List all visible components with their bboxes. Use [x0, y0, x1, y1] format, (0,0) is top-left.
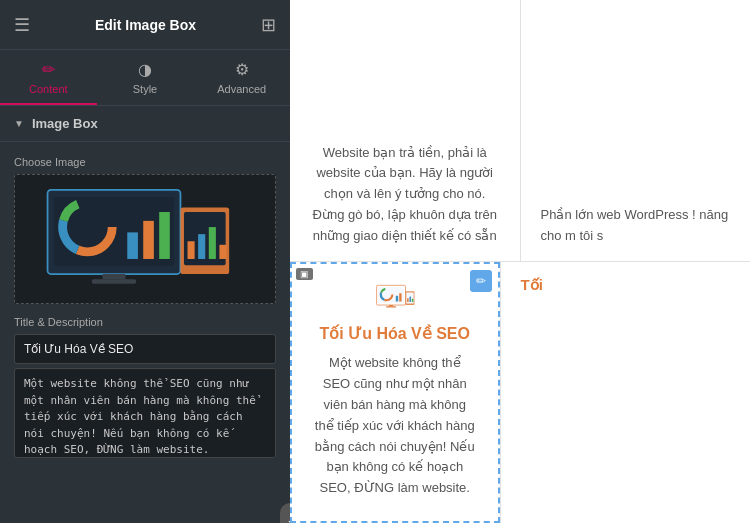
svg-rect-30 [412, 298, 414, 301]
svg-rect-13 [198, 235, 205, 260]
title-desc-label: Title & Description [14, 316, 276, 328]
preview-illustration [28, 181, 262, 296]
sidebar-header: ☰ Edit Image Box ⊞ [0, 0, 290, 50]
section-arrow-icon: ▼ [14, 118, 24, 129]
main-content: Website bạn trả tiền, phải là website củ… [290, 0, 750, 523]
top-right-text: Phần lớn web WordPress ! năng cho m tôi … [541, 205, 731, 247]
tab-advanced[interactable]: ⚙ Advanced [193, 50, 290, 105]
edit-icon-button[interactable]: ✏ [470, 270, 492, 292]
bottom-right-card: Tối [501, 262, 751, 524]
svg-rect-9 [92, 280, 136, 284]
active-seo-card-container: ▣ ✏ [290, 262, 501, 524]
svg-rect-28 [407, 298, 409, 302]
svg-rect-29 [409, 296, 411, 301]
seo-card[interactable]: ▣ ✏ [290, 262, 500, 524]
top-right-card: Phần lớn web WordPress ! năng cho m tôi … [521, 0, 751, 262]
sidebar-content: Choose Image [0, 142, 290, 523]
advanced-tab-label: Advanced [217, 83, 266, 95]
seo-card-title: Tối Ưu Hóa Về SEO [320, 324, 470, 343]
grid-icon[interactable]: ⊞ [261, 14, 276, 36]
svg-rect-14 [209, 227, 216, 259]
title-input[interactable] [14, 334, 276, 364]
description-textarea[interactable]: Một website không thể SEO cũng như một n… [14, 368, 276, 458]
column-box-label: ▣ [296, 268, 313, 280]
image-preview[interactable] [14, 174, 276, 304]
svg-rect-22 [399, 293, 401, 301]
svg-rect-8 [102, 274, 125, 279]
svg-rect-21 [396, 295, 398, 301]
sidebar-title: Edit Image Box [95, 17, 196, 33]
svg-rect-24 [389, 305, 393, 306]
section-label: Image Box [32, 116, 98, 131]
svg-rect-25 [386, 306, 396, 307]
svg-rect-15 [219, 245, 226, 259]
top-left-card: Website bạn trả tiền, phải là website củ… [290, 0, 521, 262]
content-tab-label: Content [29, 83, 68, 95]
svg-rect-5 [127, 233, 138, 260]
svg-rect-12 [188, 242, 195, 260]
content-tab-icon: ✏ [42, 60, 55, 79]
pencil-icon: ✏ [476, 274, 486, 288]
bottom-right-title: Tối [521, 276, 731, 294]
sidebar-tabs: ✏ Content ◑ Style ⚙ Advanced [0, 50, 290, 106]
style-tab-icon: ◑ [138, 60, 152, 79]
canvas-area: Website bạn trả tiền, phải là website củ… [290, 0, 750, 523]
advanced-tab-icon: ⚙ [235, 60, 249, 79]
tab-content[interactable]: ✏ Content [0, 50, 97, 105]
image-box-section-header[interactable]: ▼ Image Box [0, 106, 290, 142]
style-tab-label: Style [133, 83, 157, 95]
top-left-text: Website bạn trả tiền, phải là website củ… [310, 143, 500, 247]
svg-rect-7 [159, 212, 170, 259]
hamburger-icon[interactable]: ☰ [14, 14, 30, 36]
sidebar: ☰ Edit Image Box ⊞ ✏ Content ◑ Style ⚙ A… [0, 0, 290, 523]
seo-card-description: Một website không thể SEO cũng như một n… [314, 353, 476, 499]
choose-image-label: Choose Image [14, 156, 276, 168]
seo-illustration [325, 284, 465, 313]
svg-rect-6 [143, 221, 154, 259]
tab-style[interactable]: ◑ Style [97, 50, 194, 105]
sidebar-resize-handle[interactable]: › [280, 503, 290, 523]
